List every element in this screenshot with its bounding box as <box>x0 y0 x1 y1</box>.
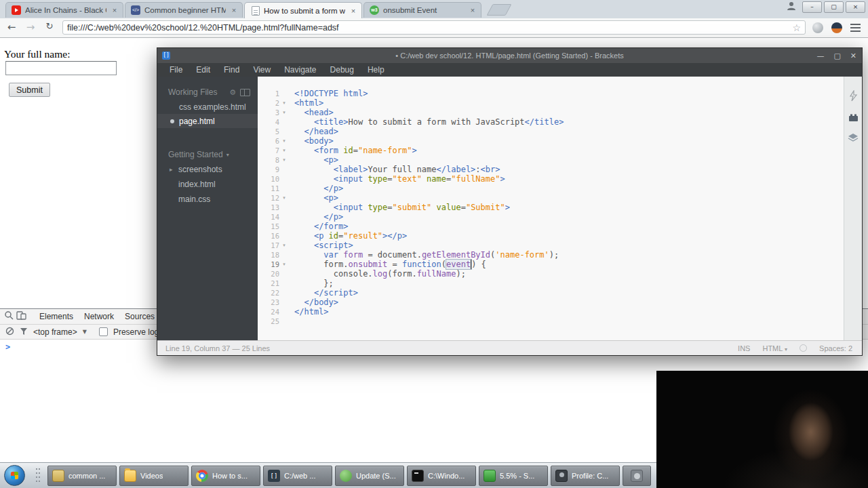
code-line[interactable]: <label>Your full name</label>:<br> <box>294 165 844 174</box>
editor-code[interactable]: <!DOCTYPE html><html> <head> <title>How … <box>290 77 844 340</box>
taskbar-button-progress[interactable]: 5.5% - S... <box>479 466 548 486</box>
taskbar-button-cmd[interactable]: C:\Windo... <box>407 466 476 486</box>
spaces-label[interactable]: Spaces: 2 <box>819 344 852 352</box>
filter-icon[interactable] <box>20 326 28 338</box>
project-folder-item[interactable]: ▸screenshots <box>157 162 258 177</box>
taskbar-button-gimp[interactable] <box>623 466 651 486</box>
preserve-log-checkbox[interactable] <box>99 327 108 336</box>
code-line[interactable]: <title>How to submit a form with JavaScr… <box>294 117 844 127</box>
fold-arrow-icon[interactable]: ▾ <box>279 98 289 108</box>
code-line[interactable]: <p id="result"></p> <box>294 231 844 241</box>
code-line[interactable]: <form id="name-form"> <box>294 146 844 155</box>
code-line[interactable]: <!DOCTYPE html> <box>294 89 844 98</box>
tab-close-icon[interactable]: × <box>111 6 119 14</box>
lint-status-icon[interactable] <box>800 344 807 352</box>
code-line[interactable]: <input type="submit" value="Submit"> <box>294 203 844 212</box>
code-line[interactable]: <html> <box>294 98 844 108</box>
project-file-item[interactable]: main.css <box>157 192 258 207</box>
brackets-close-button[interactable]: ✕ <box>850 52 856 60</box>
menu-navigate[interactable]: Navigate <box>277 63 323 77</box>
language-selector[interactable]: HTML ▾ <box>762 344 787 352</box>
back-button[interactable]: ← <box>4 21 19 33</box>
code-line[interactable]: <head> <box>294 108 844 117</box>
clear-console-icon[interactable] <box>5 326 14 338</box>
code-line[interactable]: var form = document.getElementById('name… <box>294 250 844 260</box>
brackets-titlebar[interactable]: • C:/web dev school/12. HTML/page.html (… <box>157 48 862 63</box>
code-line[interactable]: <body> <box>294 136 844 146</box>
fold-arrow-icon[interactable]: ▾ <box>279 241 289 250</box>
fold-arrow-icon[interactable]: ▾ <box>279 146 289 155</box>
taskbar-button-archive[interactable]: common ... <box>47 466 117 486</box>
extension-icon-2[interactable] <box>831 22 842 33</box>
code-line[interactable]: <input type="text" name="fullName"> <box>294 174 844 184</box>
code-line[interactable]: console.log(form.fullName); <box>294 269 844 279</box>
code-line[interactable]: <p> <box>294 193 844 203</box>
taskbar-button-chrome[interactable]: How to s... <box>191 466 260 486</box>
working-file-item[interactable]: css examples.html <box>157 100 258 114</box>
inspect-icon[interactable] <box>4 310 14 323</box>
split-view-icon[interactable] <box>240 89 250 96</box>
bookmark-star-icon[interactable]: ☆ <box>792 23 801 33</box>
insert-mode-label[interactable]: INS <box>738 344 750 352</box>
extension-manager-icon[interactable] <box>848 113 859 125</box>
menu-edit[interactable]: Edit <box>189 63 217 77</box>
code-line[interactable]: form.onsubmit = function(event) { <box>294 260 844 269</box>
code-line[interactable]: <p> <box>294 155 844 165</box>
fold-arrow-icon[interactable]: ▾ <box>279 108 289 117</box>
browser-minimize-button[interactable]: – <box>802 1 822 13</box>
taskbar-button-profile[interactable]: Profile: C... <box>551 466 620 486</box>
project-switcher[interactable]: Getting Started ▾ <box>157 147 258 162</box>
browser-tab[interactable]: Common beginner HTML× <box>125 2 243 18</box>
menu-help[interactable]: Help <box>361 63 391 77</box>
tab-close-icon[interactable]: × <box>349 7 357 15</box>
profile-icon[interactable] <box>787 1 796 13</box>
code-line[interactable]: </script> <box>294 288 844 298</box>
browser-menu-icon[interactable] <box>850 24 861 25</box>
live-preview-icon[interactable] <box>848 90 859 104</box>
layers-icon[interactable] <box>848 133 859 145</box>
devtools-tab-elements[interactable]: Elements <box>35 309 78 324</box>
code-line[interactable]: </body> <box>294 298 844 307</box>
menu-debug[interactable]: Debug <box>323 63 361 77</box>
browser-close-button[interactable]: × <box>846 1 865 13</box>
code-line[interactable]: }; <box>294 279 844 288</box>
tab-close-icon[interactable]: × <box>469 6 477 14</box>
fold-arrow-icon[interactable]: ▾ <box>279 155 289 165</box>
fold-arrow-icon[interactable]: ▾ <box>279 193 289 203</box>
forward-button[interactable]: → <box>23 21 38 33</box>
code-line[interactable] <box>294 317 844 326</box>
code-line[interactable]: </p> <box>294 212 844 222</box>
browser-tab[interactable]: Alice In Chains - Black Giv× <box>5 2 123 18</box>
code-line[interactable]: </html> <box>294 307 844 317</box>
menu-find[interactable]: Find <box>217 63 246 77</box>
taskbar-button-folder[interactable]: Videos <box>119 466 189 486</box>
taskbar-button-brackets[interactable]: C:/web ... <box>263 466 332 486</box>
fullname-input[interactable] <box>5 61 117 75</box>
menu-view[interactable]: View <box>246 63 277 77</box>
fold-arrow-icon[interactable]: ▾ <box>279 260 289 269</box>
project-file-item[interactable]: index.html <box>157 177 258 192</box>
address-bar[interactable]: ☆ <box>62 20 806 35</box>
device-toggle-icon[interactable] <box>16 310 26 323</box>
brackets-maximize-button[interactable]: ▢ <box>833 52 840 60</box>
start-button[interactable] <box>4 465 25 486</box>
gear-icon[interactable]: ⚙ <box>229 88 236 97</box>
fold-arrow-icon[interactable]: ▾ <box>279 136 289 146</box>
code-line[interactable]: <script> <box>294 241 844 250</box>
browser-tab[interactable]: How to submit a form wit× <box>244 2 362 18</box>
devtools-tab-sources[interactable]: Sources <box>120 309 159 324</box>
address-input[interactable] <box>67 23 792 33</box>
browser-maximize-button[interactable]: ▢ <box>824 1 844 13</box>
browser-tab[interactable]: onsubmit Event× <box>363 2 481 18</box>
tab-close-icon[interactable]: × <box>230 6 238 14</box>
code-line[interactable]: </form> <box>294 222 844 231</box>
extension-icon-1[interactable] <box>812 22 823 33</box>
brackets-minimize-button[interactable]: — <box>816 52 824 60</box>
frame-selector[interactable]: <top frame> <box>33 327 77 337</box>
devtools-tab-network[interactable]: Network <box>79 309 119 324</box>
menu-file[interactable]: File <box>163 63 189 77</box>
code-line[interactable]: </p> <box>294 184 844 193</box>
working-file-item[interactable]: page.html <box>157 114 258 128</box>
taskbar-button-update[interactable]: Update (S... <box>335 466 404 486</box>
code-editor[interactable]: 12▾3▾456▾7▾8▾9101112▾1314151617▾1819▾202… <box>258 77 844 340</box>
